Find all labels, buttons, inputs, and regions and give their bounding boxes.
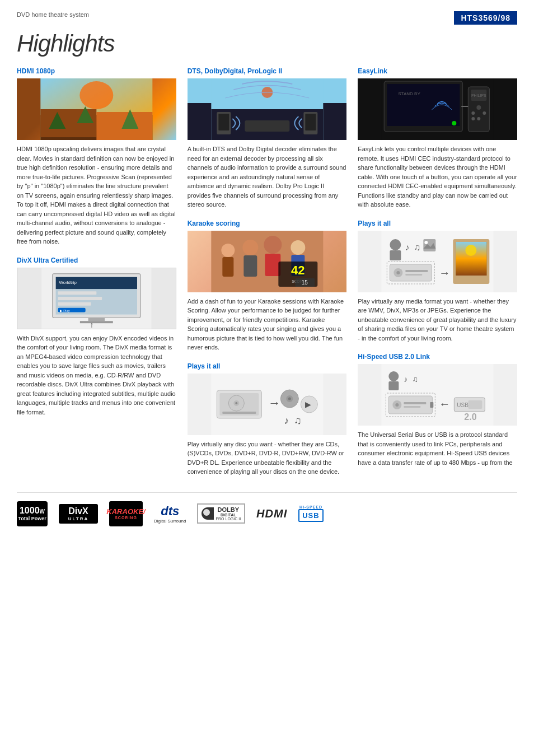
page: DVD home theatre system HTS3569/98 Highl… (0, 0, 534, 538)
feature-dts: DTS, DolbyDigital, ProLogic II (188, 67, 347, 209)
svg-point-33 (242, 240, 258, 255)
svg-point-69 (483, 111, 486, 115)
svg-text:STAND BY: STAND BY (399, 91, 421, 96)
feature-text-divx: With DivX support, you can enjoy DivX en… (17, 334, 176, 417)
feature-title-hdmi: HDMI 1080p (17, 67, 176, 75)
feature-image-playsitall2: ♪ ♫ → (358, 231, 517, 292)
svg-rect-74 (390, 250, 401, 260)
svg-text:♪: ♪ (404, 375, 408, 384)
feature-title-easylink: EasyLink (358, 67, 517, 75)
feature-easylink: EasyLink STAND BY PHILIPS (358, 67, 517, 209)
svg-rect-26 (218, 114, 229, 130)
logo-divx-ultra: DivX ULTRA (59, 504, 98, 524)
feature-text-hispeed: The Universal Serial Bus or USB is a pro… (358, 430, 517, 467)
feature-image-hispeed: ♪ ♫ ← (358, 364, 517, 426)
feature-title-dts: DTS, DolbyDigital, ProLogic II (188, 67, 347, 75)
svg-point-71 (472, 117, 475, 120)
page-title: Highlights (17, 30, 517, 57)
feature-image-karaoke: 42 score 15 (188, 231, 347, 292)
svg-rect-28 (305, 114, 316, 130)
svg-point-98 (396, 403, 399, 407)
svg-text:→: → (268, 396, 280, 410)
feature-playsitall2: Plays it all ♪ ♫ (358, 220, 517, 343)
svg-point-73 (390, 239, 401, 250)
svg-rect-20 (80, 321, 113, 323)
feature-text-playsitall2: Play virtually any media format you want… (358, 297, 517, 343)
column-2: DTS, DolbyDigital, ProLogic II (188, 67, 347, 487)
svg-point-50 (235, 402, 237, 404)
feature-title-playsitall1: Plays it all (188, 362, 347, 370)
svg-text:♫: ♫ (294, 415, 302, 426)
feature-title-hispeed: Hi-Speed USB 2.0 Link (358, 353, 517, 361)
feature-playsitall1: Plays it all → (188, 362, 347, 477)
svg-text:USB: USB (457, 402, 469, 408)
svg-text:←: ← (439, 398, 451, 410)
feature-hispeed: Hi-Speed USB 2.0 Link ♪ ♫ (358, 353, 517, 467)
svg-text:Worldtrip: Worldtrip (59, 280, 77, 285)
feature-title-playsitall2: Plays it all (358, 220, 517, 227)
feature-image-hdmi (17, 78, 176, 140)
feature-image-divx: Worldtrip ▶ Play ↑ (17, 268, 176, 329)
svg-point-91 (389, 371, 399, 381)
svg-text:♫: ♫ (413, 375, 419, 384)
svg-point-67 (477, 105, 481, 110)
svg-text:PHILIPS: PHILIPS (471, 94, 486, 97)
svg-text:▶: ▶ (305, 400, 311, 409)
svg-text:♫: ♫ (414, 242, 421, 252)
feature-text-playsitall1: Play virtually any disc you want - wheth… (188, 440, 347, 477)
svg-rect-47 (222, 412, 256, 414)
logo-dolby: DOLBY DIGITAL PRO LOGIC II (197, 503, 245, 524)
feature-text-hdmi: HDMI 1080p upscaling delivers images tha… (17, 144, 176, 246)
svg-text:42: 42 (291, 263, 305, 277)
svg-text:↑: ↑ (90, 321, 94, 329)
feature-karaoke: Karaoke scoring (188, 220, 347, 352)
top-bar: DVD home theatre system HTS3569/98 (17, 11, 517, 25)
svg-point-68 (472, 111, 475, 115)
logo-usb: HI-SPEED USB (298, 505, 323, 522)
svg-rect-104 (469, 400, 483, 409)
feature-image-easylink: STAND BY PHILIPS (358, 78, 517, 140)
svg-rect-92 (389, 381, 399, 390)
svg-rect-101 (430, 402, 434, 408)
svg-text:♪: ♪ (405, 242, 410, 252)
svg-rect-32 (222, 257, 233, 277)
feature-text-dts: A built-in DTS and Dolby Digital decoder… (188, 144, 347, 209)
feature-image-playsitall1: → ♪ ♫ ▶ (188, 374, 347, 435)
svg-rect-100 (404, 406, 421, 408)
feature-hdmi: HDMI 1080p (17, 67, 176, 246)
footer-logos: 1000W Total Power DivX ULTRA KARAOKE/ SC… (17, 492, 517, 532)
svg-point-54 (288, 397, 291, 400)
svg-text:15: 15 (301, 279, 308, 286)
column-3: EasyLink STAND BY PHILIPS (358, 67, 517, 487)
logo-karaoke-scoring: KARAOKE/ SCORING (109, 501, 143, 526)
svg-text:▶ Play: ▶ Play (60, 309, 70, 312)
logo-hdmi-text: HDMI (256, 507, 287, 520)
svg-point-70 (477, 117, 481, 120)
svg-text:→: → (439, 267, 451, 279)
column-1: HDMI 1080p (17, 67, 176, 487)
svg-rect-84 (406, 274, 423, 276)
svg-rect-15 (58, 297, 102, 300)
feature-image-dts (188, 78, 347, 140)
svg-point-37 (291, 240, 305, 255)
feature-divx: DivX Ultra Certified Worldtrip (17, 256, 176, 417)
svg-point-1 (79, 81, 113, 109)
svg-rect-61 (387, 84, 460, 126)
feature-text-karaoke: Add a dash of fun to your Karaoke sessio… (188, 297, 347, 352)
feature-title-karaoke: Karaoke scoring (188, 220, 347, 227)
svg-rect-34 (243, 255, 257, 277)
svg-point-63 (452, 121, 457, 125)
svg-rect-83 (406, 270, 428, 272)
logo-1000w: 1000W Total Power (17, 501, 48, 526)
svg-rect-36 (265, 254, 280, 276)
svg-point-78 (425, 241, 428, 244)
feature-text-easylink: EasyLink lets you control multiple devic… (358, 144, 517, 209)
content-grid: HDMI 1080p (17, 67, 517, 487)
svg-rect-99 (404, 402, 427, 404)
svg-rect-14 (58, 291, 97, 295)
svg-rect-16 (58, 302, 91, 305)
feature-title-divx: DivX Ultra Certified (17, 256, 176, 264)
svg-point-31 (221, 244, 235, 257)
svg-point-82 (397, 271, 400, 274)
svg-text:♪: ♪ (284, 415, 289, 426)
